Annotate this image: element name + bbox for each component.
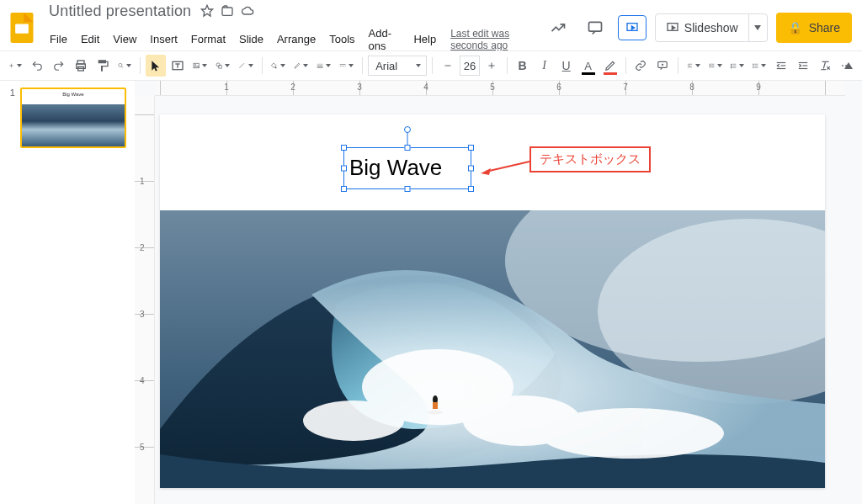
- redo-button[interactable]: [49, 55, 69, 77]
- svg-marker-67: [844, 62, 853, 69]
- indent-decrease-button[interactable]: [771, 55, 791, 77]
- svg-rect-23: [219, 66, 221, 68]
- svg-marker-8: [672, 26, 674, 29]
- svg-point-50: [753, 64, 753, 65]
- font-size-input[interactable]: 26: [460, 56, 480, 76]
- undo-button[interactable]: [27, 55, 47, 77]
- line-tool[interactable]: [235, 55, 256, 77]
- svg-point-25: [275, 67, 276, 68]
- svg-marker-79: [481, 168, 491, 175]
- svg-marker-6: [631, 26, 634, 29]
- star-icon[interactable]: [200, 3, 215, 19]
- wave-photo[interactable]: [160, 210, 825, 488]
- header-right-controls: Slideshow 🔒 Share: [544, 13, 852, 43]
- present-mode-icon[interactable]: [618, 15, 646, 40]
- resize-handle-t[interactable]: [405, 145, 411, 151]
- textbox-tool[interactable]: [168, 55, 188, 77]
- menu-format[interactable]: Format: [185, 29, 231, 49]
- slideshow-label: Slideshow: [684, 21, 738, 34]
- clear-formatting-button[interactable]: [815, 55, 835, 77]
- italic-button[interactable]: I: [535, 55, 555, 77]
- insert-comment-button[interactable]: [652, 55, 673, 77]
- menu-help[interactable]: Help: [407, 29, 442, 49]
- last-edit-link[interactable]: Last edit was seconds ago: [450, 28, 544, 51]
- resize-handle-br[interactable]: [468, 186, 474, 192]
- slideshow-dropdown[interactable]: [748, 14, 767, 41]
- zoom-button[interactable]: [114, 55, 135, 77]
- font-size-increase[interactable]: [482, 55, 502, 77]
- svg-text:1: 1: [731, 63, 732, 65]
- comments-icon[interactable]: [581, 13, 609, 42]
- resize-handle-bl[interactable]: [341, 186, 347, 192]
- svg-rect-13: [77, 64, 86, 68]
- move-icon[interactable]: [220, 3, 235, 19]
- toolbar-collapse-icon[interactable]: [840, 51, 857, 80]
- svg-line-24: [240, 63, 245, 68]
- svg-rect-1: [15, 24, 29, 34]
- annotation-arrow: [481, 158, 531, 175]
- highlight-color-button[interactable]: [600, 55, 620, 77]
- indent-increase-button[interactable]: [793, 55, 813, 77]
- vertical-ruler[interactable]: 12345: [135, 96, 155, 504]
- svg-point-52: [753, 66, 753, 66]
- activity-icon[interactable]: [544, 13, 572, 42]
- share-button[interactable]: 🔒 Share: [776, 13, 852, 43]
- separator: [507, 57, 508, 74]
- paint-format-button[interactable]: [93, 55, 113, 77]
- line-spacing-button[interactable]: [705, 55, 726, 77]
- underline-button[interactable]: U: [556, 55, 577, 77]
- print-button[interactable]: [71, 55, 91, 77]
- font-select[interactable]: Arial: [368, 56, 427, 76]
- textbox-selection[interactable]: Big Wave: [343, 147, 471, 189]
- share-label: Share: [809, 21, 840, 34]
- bulleted-list-button[interactable]: [749, 55, 769, 77]
- doc-title[interactable]: Untitled presentation: [45, 1, 194, 22]
- insert-link-button[interactable]: [631, 55, 651, 77]
- toolbar: Arial 26 B I U A 123 ⋯: [0, 50, 862, 81]
- menu-tools[interactable]: Tools: [323, 29, 360, 49]
- bold-button[interactable]: B: [513, 55, 533, 77]
- svg-rect-4: [588, 22, 601, 31]
- thumb-wave-image: [22, 104, 125, 146]
- textbox-text[interactable]: Big Wave: [344, 148, 471, 178]
- slides-app-logo[interactable]: [7, 13, 37, 43]
- cloud-status-icon[interactable]: [240, 3, 255, 19]
- lock-icon: 🔒: [788, 21, 802, 34]
- svg-point-22: [216, 63, 220, 66]
- border-dash-button[interactable]: [336, 55, 357, 77]
- border-weight-button[interactable]: [313, 55, 334, 77]
- menu-insert[interactable]: Insert: [144, 29, 184, 49]
- svg-rect-17: [173, 61, 183, 69]
- slide-thumbnail-panel: 1 Big Wave: [0, 81, 135, 504]
- menu-file[interactable]: File: [44, 29, 73, 49]
- font-size-decrease[interactable]: [438, 55, 458, 77]
- resize-handle-l[interactable]: [341, 166, 347, 172]
- slideshow-button[interactable]: Slideshow: [656, 14, 748, 41]
- resize-handle-b[interactable]: [405, 186, 411, 192]
- text-color-button[interactable]: A: [578, 55, 599, 77]
- menu-arrange[interactable]: Arrange: [271, 29, 322, 49]
- svg-text:2: 2: [731, 65, 732, 66]
- select-tool[interactable]: [146, 55, 166, 77]
- horizontal-ruler[interactable]: 123456789: [155, 81, 845, 96]
- new-slide-button[interactable]: [5, 55, 25, 77]
- shape-tool[interactable]: [212, 55, 233, 77]
- fill-color-button[interactable]: [267, 55, 288, 77]
- numbered-list-button[interactable]: 123: [727, 55, 748, 77]
- rotation-handle[interactable]: [404, 126, 411, 133]
- resize-handle-tl[interactable]: [341, 145, 347, 151]
- menu-edit[interactable]: Edit: [75, 29, 105, 49]
- slide-thumbnail-1[interactable]: Big Wave: [20, 88, 126, 148]
- border-color-button[interactable]: [290, 55, 311, 77]
- svg-rect-3: [222, 8, 232, 15]
- align-button[interactable]: [684, 55, 704, 77]
- resize-handle-tr[interactable]: [468, 145, 474, 151]
- image-tool[interactable]: [189, 55, 210, 77]
- slide-canvas[interactable]: Big Wave テキストボックス: [160, 114, 825, 488]
- menu-slide[interactable]: Slide: [233, 29, 269, 49]
- slideshow-button-group: Slideshow: [655, 13, 768, 42]
- resize-handle-r[interactable]: [468, 166, 474, 172]
- svg-point-73: [303, 401, 404, 441]
- svg-rect-12: [77, 61, 84, 64]
- menu-view[interactable]: View: [107, 29, 142, 49]
